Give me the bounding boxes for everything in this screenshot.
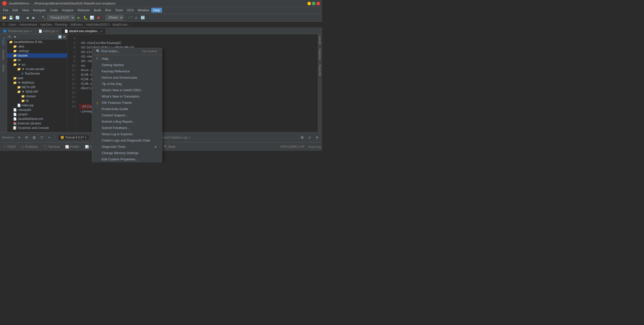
close-catalina-tab[interactable]: ✕ (188, 136, 190, 139)
tab-todo[interactable]: ✓ TODO (1, 144, 18, 150)
tree-settings[interactable]: 📁 .settings (7, 49, 67, 53)
menu-edit[interactable]: Edit (10, 8, 20, 13)
services-settings-icon[interactable]: ⚙ (299, 135, 305, 140)
tab-terminal[interactable]: ⬛ Terminal (41, 144, 62, 150)
tree-classes-root[interactable]: 📁 classes (7, 53, 67, 58)
tree-webinf-classes[interactable]: 📁 classes (7, 94, 67, 99)
breadcrumb-admin[interactable]: Administrator (19, 23, 37, 26)
stop-icon[interactable]: ⏹ (96, 15, 101, 20)
dm-diagnostic-tools[interactable]: Diagnostic Tools ▶ (92, 144, 162, 150)
tree-indexjsp[interactable]: 📄 index.jsp (7, 103, 67, 108)
dm-whats-new-intellij[interactable]: What's New in IntelliJ IDEA (92, 87, 162, 93)
tab-build[interactable]: 🔨 Build (161, 144, 178, 150)
sidebar-settings-icon[interactable]: ⚙ (63, 35, 66, 39)
breadcrumb-c[interactable]: C: (3, 23, 6, 26)
tree-project[interactable]: 📄 .project (7, 112, 67, 117)
dm-edit-custom-props[interactable]: Edit Custom Properties... (92, 156, 162, 162)
breadcrumb-users[interactable]: Users (9, 23, 16, 26)
services-filter-icon[interactable]: ▽ (39, 135, 45, 140)
services-sort-icon[interactable]: ≡ (16, 135, 22, 140)
dm-find-action[interactable]: 🔍 Find Action... Ctrl+Shift+A (92, 48, 162, 54)
tab-indexjsp[interactable]: 📄 index.jsp ✕ (35, 28, 61, 34)
back-icon[interactable]: ◀ (24, 15, 30, 20)
close-tab-indexjsp[interactable]: ✕ (56, 30, 58, 33)
tree-webinf[interactable]: 📁 ▼ WEB-INF (7, 89, 67, 94)
menu-code[interactable]: Code (48, 8, 60, 13)
services-close-icon[interactable]: ✕ (314, 135, 320, 140)
dm-change-memory[interactable]: Change Memory Settings (92, 150, 162, 156)
breadcrumb-roaming[interactable]: Roaming (55, 23, 67, 26)
breadcrumb-idea[interactable]: IntelliJIdea2020.3 (86, 23, 109, 26)
tree-webroot[interactable]: 📁 ▼ WebRoot (7, 80, 67, 85)
dm-getting-started[interactable]: Getting Started (92, 62, 162, 68)
tree-web[interactable]: 📁 web (7, 76, 67, 80)
menu-vcs[interactable]: VCS (125, 8, 136, 13)
tab-testservlet[interactable]: 🔵 TestServlet.java ✕ (0, 28, 35, 34)
tree-root[interactable]: 📁 JavaWebDemo E:\W... (7, 40, 67, 44)
run-config-select[interactable]: Tomcat 8.5.57 (47, 15, 75, 20)
forward-icon[interactable]: ▶ (31, 15, 36, 20)
sidebar-sync-icon[interactable]: 🔄 (58, 35, 62, 39)
jrebel-vtab[interactable]: JRebel (2, 62, 5, 74)
dm-keymap-reference[interactable]: Keymap Reference (92, 68, 162, 74)
translate-icon[interactable]: 🔤 (140, 15, 145, 20)
tree-idea[interactable]: 📁 .idea (7, 44, 67, 49)
tree-servlet-pkg[interactable]: 📁 ▼ cn.test.servlet (7, 67, 67, 71)
menu-run[interactable]: Run (103, 8, 113, 13)
maximize-button[interactable] (312, 2, 315, 5)
tab-vmoptions[interactable]: 📄 idea64.exe.vmoption... ✕ (61, 28, 106, 34)
tree-metainf[interactable]: 📁 META-INF (7, 85, 67, 89)
minimize-button[interactable] (307, 2, 311, 5)
breadcrumb-file[interactable]: idea64.exe... (112, 23, 130, 26)
sync-icon[interactable]: 🔄 (15, 15, 20, 20)
tree-testservlet[interactable]: ⚙ TestServlet (7, 71, 67, 76)
dm-tip-of-day[interactable]: Tip of the Day (92, 81, 162, 87)
plantuml-panel-tab[interactable]: PlantUML (318, 62, 322, 78)
tree-src[interactable]: 📁 ▼ src (7, 62, 67, 67)
menu-refactor[interactable]: Refactor (75, 8, 92, 13)
tab-profiler[interactable]: 📈 Profiler (63, 144, 82, 150)
breadcrumb-appdata[interactable]: AppData (40, 23, 52, 26)
open-icon[interactable]: 📂 (2, 15, 7, 20)
run-icon[interactable]: ▶ (76, 15, 82, 20)
services-add-icon[interactable]: ＋ (47, 135, 52, 140)
dm-ide-features-trainer[interactable]: 🎓 IDE Features Trainer (92, 100, 162, 106)
save-icon[interactable]: 💾 (8, 15, 14, 20)
menu-help[interactable]: Help (151, 8, 162, 13)
dm-submit-feedback[interactable]: Submit Feedback... (92, 125, 162, 131)
dm-productivity-guide[interactable]: Productivity Guide (92, 106, 162, 112)
close-tab-testservlet[interactable]: ✕ (30, 30, 32, 33)
jlasslib-panel-tab[interactable]: jlasslib (318, 34, 322, 47)
dm-collect-logs[interactable]: Collect Logs and Diagnostic Data (92, 137, 162, 144)
dm-submit-bug[interactable]: Submit a Bug Report... (92, 118, 162, 125)
menu-build[interactable]: Build (92, 8, 103, 13)
close-services-tab[interactable]: ✕ (85, 136, 87, 139)
dm-whats-new-translation[interactable]: What's New in Translation (92, 93, 162, 100)
warnings-icon[interactable]: ⚠ (133, 15, 139, 20)
menu-file[interactable]: File (1, 8, 10, 13)
dm-demos-screencasts[interactable]: Demos and Screencasts (92, 74, 162, 81)
services-expand-btn[interactable]: ⤢ (307, 135, 312, 140)
tab-problems[interactable]: ⚠ Problems (19, 144, 40, 150)
services-tomcat-tab[interactable]: 🐱 Tomcat 8.5.57 ✕ (58, 135, 89, 140)
menu-analyze[interactable]: Analyze (60, 8, 75, 13)
services-group-icon[interactable]: ⊞ (31, 135, 37, 140)
menu-navigate[interactable]: Navigate (31, 8, 48, 13)
close-button[interactable] (316, 2, 320, 5)
close-tab-vmoptions[interactable]: ✕ (101, 30, 103, 33)
menu-window[interactable]: Window (136, 8, 151, 13)
menu-tools[interactable]: Tools (113, 8, 125, 13)
dm-help[interactable]: ? Help (92, 56, 162, 62)
jrebel-select[interactable]: JRebel (105, 15, 124, 20)
database-panel-tab[interactable]: Database (318, 47, 322, 62)
tree-scratches[interactable]: 📝 Scratches and Console (7, 126, 67, 130)
project-vtab[interactable]: Project (2, 35, 5, 47)
menu-view[interactable]: View (20, 8, 31, 13)
tree-ext-libs[interactable]: 📚 External Libraries (7, 121, 67, 126)
breadcrumb-jetbrains[interactable]: JetBrains (70, 23, 83, 26)
services-expand-icon[interactable]: ⟳ (24, 135, 29, 140)
debug-icon[interactable]: 🐛 (83, 15, 88, 20)
tree-classpath[interactable]: 📄 .classpath (7, 108, 67, 112)
dm-show-log[interactable]: Show Log in Explorer (92, 131, 162, 137)
tree-lib[interactable]: 📁 lib (7, 58, 67, 62)
